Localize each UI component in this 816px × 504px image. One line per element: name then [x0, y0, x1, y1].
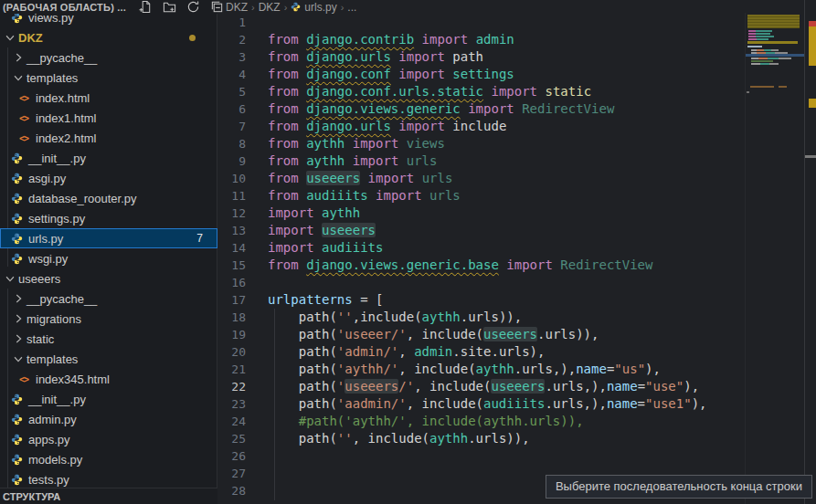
- line-number: 1: [218, 14, 246, 31]
- tree-item-tests.py[interactable]: tests.py: [0, 469, 217, 488]
- code-area[interactable]: 12from django.contrib import admin3from …: [218, 14, 745, 504]
- tree-item-settings.py[interactable]: settings.py: [0, 208, 217, 228]
- code-line-8[interactable]: 8from aythh import views: [218, 135, 803, 152]
- code-text: from django.conf import settings: [268, 66, 514, 83]
- breadcrumb-item[interactable]: ...: [347, 1, 356, 14]
- code-line-22[interactable]: 22 path('useeers/', include(useeers.urls…: [218, 378, 803, 395]
- chevron-right-icon: [12, 51, 25, 64]
- tree-item-label: settings.py: [28, 212, 85, 226]
- code-text: path('', include(aythh.urls)),: [268, 430, 530, 447]
- tree-item-label: useeers: [18, 272, 60, 286]
- code-text: from django.conf.urls.static import stat…: [268, 83, 591, 100]
- line-number: 2: [218, 31, 246, 48]
- minimap[interactable]: [745, 13, 804, 504]
- file-tree: views.pyDKZ__pycache__templates<>index.h…: [0, 0, 217, 488]
- tree-item-index2.html[interactable]: <>index2.html: [0, 128, 217, 148]
- tree-item-label: templates: [26, 352, 78, 366]
- line-number: 18: [218, 309, 246, 326]
- line-number: 3: [218, 48, 246, 66]
- code-line-7[interactable]: 7from django.urls import include: [218, 118, 803, 135]
- chevron-right-icon: [12, 312, 25, 325]
- code-line-2[interactable]: 2from django.contrib import admin: [218, 31, 803, 48]
- code-line-12[interactable]: 12import aythh: [218, 205, 803, 222]
- code-line-23[interactable]: 23 path('aadmin/', include(audiiits.urls…: [218, 395, 803, 413]
- tree-item-templates[interactable]: templates: [0, 349, 217, 369]
- python-file-icon: [10, 232, 23, 245]
- line-number: 24: [218, 413, 246, 430]
- tree-item-database_roouter.py[interactable]: database_roouter.py: [0, 188, 217, 208]
- tree-item-__pycache__[interactable]: __pycache__: [0, 47, 217, 68]
- tree-item-models.py[interactable]: models.py: [0, 449, 217, 469]
- code-line-18[interactable]: 18 path('',include(aythh.urls)),: [218, 309, 803, 326]
- tree-item-useeers[interactable]: useeers: [0, 268, 217, 289]
- tree-item-label: admin.py: [28, 413, 77, 426]
- breadcrumb-item[interactable]: DKZ: [259, 1, 281, 14]
- tree-item-label: __init__.py: [28, 393, 86, 406]
- tree-item-label: index2.html: [36, 131, 96, 145]
- code-line-6[interactable]: 6from django.views.generic import Redire…: [218, 100, 803, 118]
- code-line-5[interactable]: 5from django.conf.urls.static import sta…: [218, 83, 803, 100]
- tree-item-urls.py[interactable]: urls.py7: [0, 228, 217, 248]
- code-line-21[interactable]: 21 path('aythh/', include(aythh.urls,),n…: [218, 361, 803, 378]
- code-line-14[interactable]: 14import audiiits: [218, 239, 803, 257]
- breadcrumb-item[interactable]: urls.py: [304, 1, 336, 14]
- line-number: 22: [218, 378, 246, 395]
- ruler-warning-mark: [809, 26, 816, 66]
- code-line-20[interactable]: 20 path('admin/', admin.site.urls),: [218, 343, 803, 361]
- code-text: path('',include(aythh.urls)),: [268, 309, 522, 326]
- tree-item-asgi.py[interactable]: asgi.py: [0, 168, 217, 188]
- tree-item-apps.py[interactable]: apps.py: [0, 429, 217, 449]
- collapse-all-icon[interactable]: [210, 0, 224, 14]
- outline-section-header[interactable]: СТРУКТУРА: [0, 488, 217, 504]
- python-file-icon: [10, 453, 23, 466]
- code-line-13[interactable]: 13import useeers: [218, 222, 803, 239]
- tree-item-index.html[interactable]: <>index.html: [0, 88, 217, 108]
- line-number: 20: [218, 343, 246, 361]
- new-folder-icon[interactable]: [163, 0, 176, 14]
- code-line-1[interactable]: 1: [218, 14, 803, 31]
- code-line-16[interactable]: 16: [218, 274, 803, 291]
- code-line-17[interactable]: 17urlpatterns = [: [218, 291, 803, 309]
- explorer-section-header[interactable]: (РАБОЧАЯ ОБЛАСТЬ) ...: [0, 0, 217, 14]
- python-file-icon: [10, 172, 23, 184]
- code-line-11[interactable]: 11from audiiits import urls: [218, 187, 803, 205]
- tooltip-text: Выберите последовательность конца строки: [556, 479, 802, 493]
- outline-section-title: СТРУКТУРА: [0, 491, 60, 502]
- code-text: from django.urls import path: [268, 48, 483, 66]
- tree-item-__pycache__[interactable]: __pycache__: [0, 289, 217, 309]
- html-file-icon: <>: [17, 111, 30, 124]
- tree-item-migrations[interactable]: migrations: [0, 309, 217, 329]
- code-line-10[interactable]: 10from useeers import urls: [218, 170, 803, 187]
- python-file-icon: [10, 393, 23, 405]
- tree-item-admin.py[interactable]: admin.py: [0, 409, 217, 429]
- tree-item-label: index345.html: [36, 373, 110, 386]
- tree-item-DKZ[interactable]: DKZ: [0, 27, 217, 47]
- tree-item-label: __pycache__: [26, 51, 97, 65]
- breadcrumb-separator-icon: ›: [284, 2, 288, 13]
- code-line-24[interactable]: 24 #path('aythh/', include(aythh.urls)),: [218, 413, 803, 430]
- code-line-9[interactable]: 9from aythh import urls: [218, 152, 803, 170]
- breadcrumb: DKZ›DKZ›urls.py›...: [218, 0, 356, 14]
- overview-ruler[interactable]: [804, 0, 816, 504]
- code-text: from django.views.generic import Redirec…: [268, 100, 614, 118]
- code-line-25[interactable]: 25 path('', include(aythh.urls)),: [218, 430, 803, 447]
- refresh-icon[interactable]: [186, 0, 200, 14]
- editor-pane: DKZ›DKZ›urls.py›... 12from django.contri…: [218, 0, 816, 504]
- code-line-19[interactable]: 19 path('useeer/', include(useeers.urls)…: [218, 326, 803, 343]
- code-line-26[interactable]: 26: [218, 447, 803, 465]
- tree-item-__init__.py[interactable]: __init__.py: [0, 389, 217, 409]
- new-file-icon[interactable]: [139, 0, 153, 14]
- tree-item-index1.html[interactable]: <>index1.html: [0, 108, 217, 128]
- code-line-15[interactable]: 15from django.views.generic.base import …: [218, 257, 803, 274]
- code-line-4[interactable]: 4from django.conf import settings: [218, 66, 803, 83]
- tree-item-wsgi.py[interactable]: wsgi.py: [0, 248, 217, 268]
- code-text: path('admin/', admin.site.urls),: [268, 343, 545, 361]
- code-text: import useeers: [268, 222, 376, 239]
- tree-item-__init__.py[interactable]: __init__.py: [0, 148, 217, 168]
- code-line-3[interactable]: 3from django.urls import path: [218, 48, 803, 66]
- tree-item-static[interactable]: static: [0, 329, 217, 349]
- breadcrumb-item[interactable]: DKZ: [226, 1, 248, 14]
- tree-item-index345.html[interactable]: <>index345.html: [0, 369, 217, 389]
- tree-item-templates[interactable]: templates: [0, 68, 217, 88]
- code-text: from aythh import views: [268, 135, 445, 152]
